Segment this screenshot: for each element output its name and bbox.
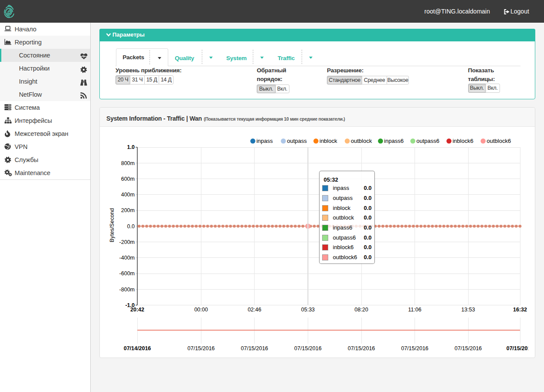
svg-text:16:32: 16:32	[513, 307, 527, 313]
svg-text:07/15/2016: 07/15/2016	[455, 345, 482, 351]
svg-text:600m: 600m	[121, 176, 135, 182]
svg-text:-200m: -200m	[119, 239, 135, 245]
svg-text:0.0: 0.0	[127, 223, 135, 230]
svg-text:outpass6: outpass6	[416, 138, 439, 144]
svg-text:20:42: 20:42	[130, 307, 144, 313]
svg-text:02:46: 02:46	[248, 307, 261, 313]
svg-text:07/15/2016: 07/15/2016	[241, 345, 269, 351]
svg-text:00:00: 00:00	[194, 307, 208, 313]
svg-text:07/15/2016: 07/15/2016	[348, 345, 375, 351]
svg-text:05:33: 05:33	[301, 307, 315, 313]
svg-text:13:53: 13:53	[461, 307, 475, 313]
svg-text:800m: 800m	[121, 160, 135, 166]
svg-text:200m: 200m	[121, 207, 135, 213]
svg-text:-400m: -400m	[119, 255, 135, 261]
svg-text:07/15/2016: 07/15/2016	[401, 345, 428, 351]
svg-text:inpass6: inpass6	[384, 138, 404, 144]
svg-text:07/15/2016: 07/15/2016	[507, 345, 528, 351]
svg-text:400m: 400m	[121, 192, 135, 198]
svg-text:outblock: outblock	[351, 138, 372, 144]
svg-text:-800m: -800m	[119, 287, 135, 293]
svg-text:-600m: -600m	[119, 270, 135, 277]
svg-text:07/15/2016: 07/15/2016	[294, 345, 322, 351]
svg-text:07/14/2016: 07/14/2016	[124, 345, 151, 351]
svg-text:Bytes/Second: Bytes/Second	[109, 208, 115, 242]
svg-text:inblock6: inblock6	[452, 138, 473, 144]
svg-text:outpass: outpass	[287, 138, 307, 144]
svg-text:1.0: 1.0	[127, 144, 135, 150]
svg-text:inblock: inblock	[320, 138, 337, 144]
svg-text:11:06: 11:06	[408, 307, 421, 313]
svg-text:outblock6: outblock6	[487, 138, 511, 144]
svg-text:inpass: inpass	[256, 138, 273, 144]
svg-text:08:20: 08:20	[354, 307, 368, 313]
svg-text:07/15/2016: 07/15/2016	[187, 345, 215, 351]
